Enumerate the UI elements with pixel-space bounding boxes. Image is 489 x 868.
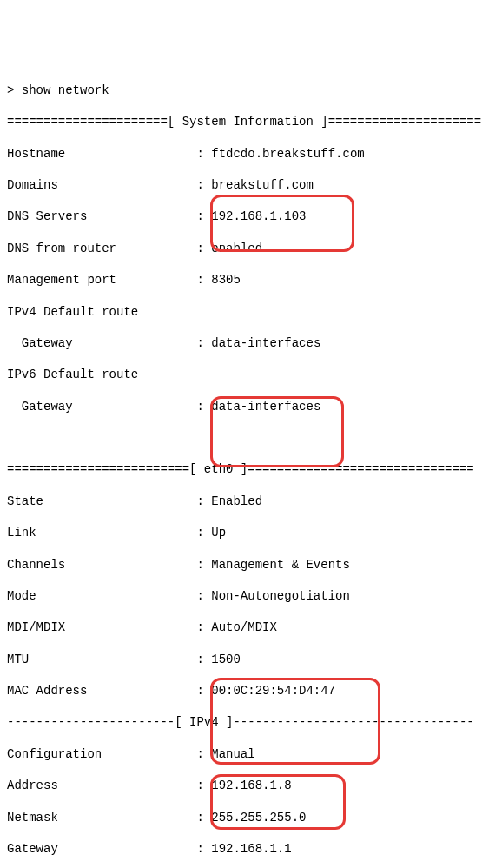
row-eth0-state: State : Enabled <box>7 494 482 509</box>
value: 1500 <box>211 653 241 666</box>
label: Address <box>7 779 58 792</box>
value: breakstuff.com <box>211 178 314 192</box>
label: MTU <box>7 653 29 666</box>
label: Link <box>7 526 36 540</box>
sep: : <box>73 336 212 350</box>
sep: : <box>58 178 211 192</box>
row-eth0-mtu: MTU : 1500 <box>7 652 482 667</box>
value: data-interfaces <box>211 400 320 414</box>
row-ipv4-gateway: Gateway : data-interfaces <box>7 335 482 351</box>
sep: : <box>36 589 212 603</box>
sep: : <box>116 242 211 255</box>
value: 8305 <box>211 273 241 287</box>
row-dns-router: DNS from router : enabled <box>7 241 482 256</box>
sep: : <box>116 273 211 287</box>
row-ipv6-route: IPv6 Default route <box>7 367 482 382</box>
value: Enabled <box>211 494 262 508</box>
label: Hostname <box>7 147 65 161</box>
row-ipv4-route: IPv4 Default route <box>7 304 482 320</box>
label: DNS from router <box>7 242 116 255</box>
label: Management port <box>7 273 116 287</box>
label: Domains <box>7 178 58 192</box>
sep: : <box>87 209 211 223</box>
row-domains: Domains : breakstuff.com <box>7 177 482 193</box>
sep: : <box>87 684 211 698</box>
label: Gateway <box>7 336 73 350</box>
sep: : <box>65 620 211 634</box>
sep: : <box>102 747 211 761</box>
sep: : <box>43 494 211 508</box>
label: DNS Servers <box>7 209 87 223</box>
value: enabled <box>211 242 262 255</box>
value: 192.168.1.103 <box>211 209 306 223</box>
sep: : <box>65 558 211 572</box>
value: 00:0C:29:54:D4:47 <box>211 684 335 698</box>
value: Auto/MDIX <box>211 620 277 634</box>
label: MDI/MDIX <box>7 620 65 634</box>
divider-ipv4: -----------------------[ IPv4 ]---------… <box>7 714 482 730</box>
row-ipv6-gateway: Gateway : data-interfaces <box>7 399 482 414</box>
row-hostname: Hostname : ftdcdo.breakstuff.com <box>7 146 482 162</box>
sep: : <box>73 400 212 414</box>
value: 192.168.1.1 <box>211 842 291 856</box>
row-dns-servers: DNS Servers : 192.168.1.103 <box>7 209 482 224</box>
row-eth0-ipv4-config: Configuration : Manual <box>7 746 482 762</box>
value: data-interfaces <box>211 336 320 350</box>
blank <box>7 430 482 446</box>
value: Non-Autonegotiation <box>211 589 350 603</box>
value: 192.168.1.8 <box>211 779 291 792</box>
label: State <box>7 494 43 508</box>
value: Up <box>211 526 226 540</box>
terminal-output: > show network ======================[ S… <box>7 67 482 868</box>
sep: : <box>36 526 212 540</box>
section-header-sysinfo: ======================[ System Informati… <box>7 114 482 129</box>
sep: : <box>58 842 211 856</box>
label: Mode <box>7 589 36 603</box>
label: Gateway <box>7 842 58 856</box>
row-eth0-channels: Channels : Management & Events <box>7 557 482 573</box>
label: Gateway <box>7 400 73 414</box>
row-eth0-mac: MAC Address : 00:0C:29:54:D4:47 <box>7 683 482 699</box>
sep: : <box>29 653 211 666</box>
label: Netmask <box>7 811 58 825</box>
command-prompt: > show network <box>7 83 482 98</box>
row-eth0-mode: Mode : Non-Autonegotiation <box>7 588 482 604</box>
sep: : <box>65 147 211 161</box>
label: Configuration <box>7 747 102 761</box>
value: ftdcdo.breakstuff.com <box>211 147 364 161</box>
label: MAC Address <box>7 684 87 698</box>
row-eth0-ipv4-netmask: Netmask : 255.255.255.0 <box>7 810 482 825</box>
value: Manual <box>211 747 254 761</box>
row-eth0-link: Link : Up <box>7 525 482 540</box>
value: 255.255.255.0 <box>211 811 306 825</box>
row-eth0-ipv4-addr: Address : 192.168.1.8 <box>7 778 482 793</box>
sep: : <box>58 779 211 792</box>
value: Management & Events <box>211 558 350 572</box>
row-eth0-mdi: MDI/MDIX : Auto/MDIX <box>7 620 482 635</box>
sep: : <box>58 811 211 825</box>
row-eth0-ipv4-gateway: Gateway : 192.168.1.1 <box>7 841 482 857</box>
label: Channels <box>7 558 65 572</box>
section-header-eth0: =========================[ eth0 ]=======… <box>7 461 482 477</box>
row-mgmt-port: Management port : 8305 <box>7 272 482 288</box>
